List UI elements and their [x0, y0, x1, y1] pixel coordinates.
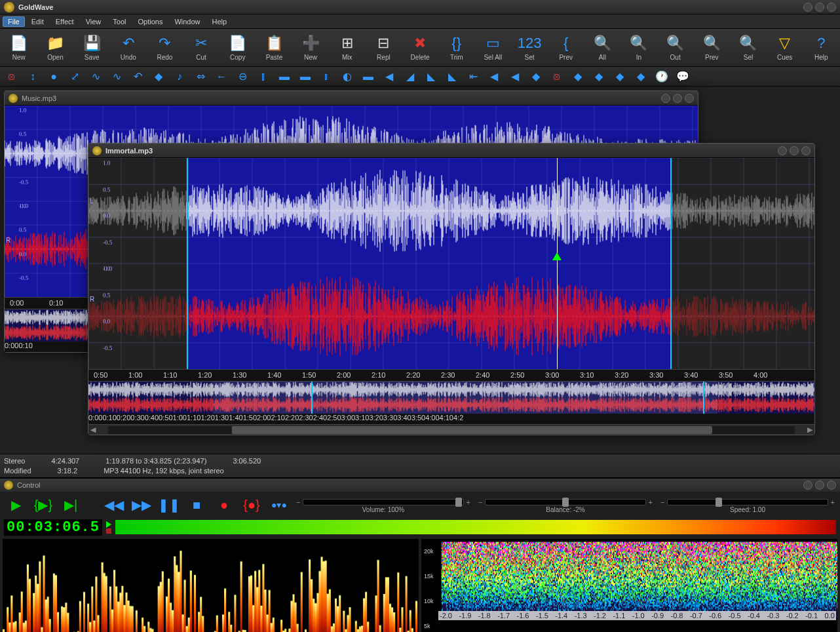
- effect-button-15[interactable]: ⫾: [317, 69, 335, 85]
- status-zoom[interactable]: 3:18.2: [58, 467, 78, 475]
- speed-slider[interactable]: [667, 499, 828, 505]
- scroll-right-icon[interactable]: ▶: [805, 425, 814, 434]
- doc-titlebar[interactable]: Immortal.mp3: [88, 144, 814, 158]
- status-length[interactable]: 4:24.307: [51, 457, 79, 465]
- effect-button-21[interactable]: ◣: [443, 69, 461, 85]
- effect-button-6[interactable]: ↶: [128, 69, 147, 85]
- menu-window[interactable]: Window: [169, 16, 205, 27]
- overview[interactable]: [88, 381, 814, 414]
- status-format[interactable]: MP3 44100 Hz, 192 kbps, joint stereo: [104, 467, 223, 475]
- rewind-button[interactable]: ◀◀: [104, 496, 124, 514]
- effect-button-1[interactable]: ↕: [24, 69, 42, 85]
- vol-plus-icon[interactable]: +: [467, 498, 470, 506]
- effect-button-24[interactable]: ◀: [506, 69, 524, 85]
- effect-button-26[interactable]: ⦻: [548, 69, 566, 85]
- effect-button-11[interactable]: ⊖: [233, 69, 252, 85]
- effect-button-22[interactable]: ⇤: [464, 69, 482, 85]
- toolbar-zprev-button[interactable]: 🔍Prev: [695, 34, 728, 61]
- toolbar-cut-button[interactable]: ✂Cut: [185, 34, 218, 61]
- ctl-max[interactable]: [815, 481, 824, 490]
- horizontal-scrollbar[interactable]: ◀ ▶: [88, 424, 814, 435]
- bal-minus-icon[interactable]: −: [478, 498, 482, 506]
- minimize-button[interactable]: [803, 3, 812, 12]
- status-position[interactable]: 3:06.520: [233, 457, 261, 465]
- toolbar-mix-button[interactable]: ⊞Mix: [331, 34, 364, 61]
- effect-button-17[interactable]: ▬: [359, 69, 377, 85]
- record-selection-button[interactable]: {●}: [241, 496, 262, 514]
- ctl-close[interactable]: [827, 481, 836, 490]
- scroll-left-icon[interactable]: ◀: [88, 425, 98, 434]
- menu-help[interactable]: Help: [207, 16, 233, 27]
- doc-min[interactable]: [661, 94, 670, 103]
- effect-button-7[interactable]: ◆: [149, 69, 168, 85]
- toolbar-redo-button[interactable]: ↷Redo: [149, 34, 181, 61]
- effect-button-10[interactable]: ←: [212, 69, 231, 85]
- toolbar-sel-button[interactable]: 🔍Sel: [732, 34, 765, 61]
- effect-button-16[interactable]: ◐: [338, 69, 356, 85]
- balance-slider[interactable]: [485, 499, 645, 505]
- effect-button-28[interactable]: ◆: [590, 69, 608, 85]
- effect-button-13[interactable]: ▬: [275, 69, 294, 85]
- menu-tool[interactable]: Tool: [107, 16, 131, 27]
- effect-button-5[interactable]: ∿: [107, 69, 126, 85]
- effect-button-12[interactable]: ⫿: [254, 69, 273, 85]
- maximize-button[interactable]: [815, 3, 824, 12]
- doc-min[interactable]: [778, 146, 787, 155]
- effect-button-18[interactable]: ◀: [380, 69, 398, 85]
- toolbar-new-button[interactable]: 📄New: [3, 34, 35, 61]
- effect-button-25[interactable]: ◆: [527, 69, 545, 85]
- menu-file[interactable]: File: [3, 16, 25, 27]
- spectrum-flame-visualizer[interactable]: [3, 539, 419, 632]
- menu-options[interactable]: Options: [132, 16, 168, 27]
- effect-button-23[interactable]: ◀: [485, 69, 503, 85]
- doc-titlebar[interactable]: Music.mp3: [5, 91, 698, 106]
- menu-effect[interactable]: Effect: [50, 16, 79, 27]
- record-button[interactable]: ●: [214, 496, 235, 514]
- doc-close[interactable]: [685, 94, 694, 103]
- effect-button-30[interactable]: ◆: [632, 69, 650, 85]
- forward-button[interactable]: ▶▶: [131, 496, 152, 514]
- toolbar-save-button[interactable]: 💾Save: [75, 34, 108, 61]
- effect-button-3[interactable]: ⤢: [66, 69, 84, 85]
- effect-button-9[interactable]: ⇔: [191, 69, 210, 85]
- pause-button[interactable]: ❚❚: [159, 496, 180, 514]
- effect-button-19[interactable]: ◢: [401, 69, 419, 85]
- effect-button-0[interactable]: ⦻: [3, 69, 21, 85]
- effect-button-29[interactable]: ◆: [611, 69, 629, 85]
- play-selection-button[interactable]: {▶}: [33, 496, 54, 514]
- effect-button-8[interactable]: ♪: [170, 69, 189, 85]
- properties-button[interactable]: ●▾●: [269, 496, 290, 514]
- toolbar-repl-button[interactable]: ⊟Repl: [368, 34, 400, 61]
- toolbar-pnew-button[interactable]: ➕New: [294, 34, 327, 61]
- ctl-min[interactable]: [803, 481, 812, 490]
- toolbar-undo-button[interactable]: ↶Undo: [112, 34, 145, 61]
- stop-button[interactable]: ■: [186, 496, 207, 514]
- control-titlebar[interactable]: Control: [0, 479, 840, 492]
- doc-close[interactable]: [801, 146, 811, 155]
- overview-ruler[interactable]: 0:000:100:200:300:400:501:001:101:201:30…: [88, 414, 814, 424]
- scroll-thumb[interactable]: [232, 426, 713, 434]
- toolbar-all-button[interactable]: 🔍All: [586, 34, 619, 61]
- effect-button-4[interactable]: ∿: [86, 69, 105, 85]
- spd-minus-icon[interactable]: −: [660, 498, 664, 506]
- toolbar-selall-button[interactable]: ▭Sel All: [477, 34, 510, 61]
- toolbar-trim-button[interactable]: {}Trim: [440, 34, 473, 61]
- document-window-immortal[interactable]: Immortal.mp3 L R 0:501:001:101:201:301:4…: [88, 143, 815, 435]
- play-loop-button[interactable]: ▶|: [60, 496, 81, 514]
- effect-button-31[interactable]: 🕐: [653, 69, 671, 85]
- status-channels[interactable]: Stereo: [4, 457, 25, 465]
- close-button[interactable]: [827, 3, 836, 12]
- effect-button-14[interactable]: ▬: [296, 69, 315, 85]
- play-button[interactable]: ▶: [5, 496, 26, 514]
- doc-max[interactable]: [673, 94, 682, 103]
- effect-button-20[interactable]: ◣: [422, 69, 440, 85]
- effect-button-32[interactable]: 💬: [674, 69, 692, 85]
- time-ruler[interactable]: 0:501:001:101:201:301:401:502:002:102:20…: [88, 369, 814, 381]
- vol-minus-icon[interactable]: −: [296, 498, 300, 506]
- toolbar-copy-button[interactable]: 📄Copy: [221, 34, 254, 61]
- status-selection[interactable]: 1:19.878 to 3:43.825 (2:23.947): [105, 457, 206, 465]
- menu-view[interactable]: View: [81, 16, 107, 27]
- toolbar-open-button[interactable]: 📁Open: [39, 34, 72, 61]
- effect-button-2[interactable]: ●: [45, 69, 63, 85]
- effect-button-27[interactable]: ◆: [569, 69, 587, 85]
